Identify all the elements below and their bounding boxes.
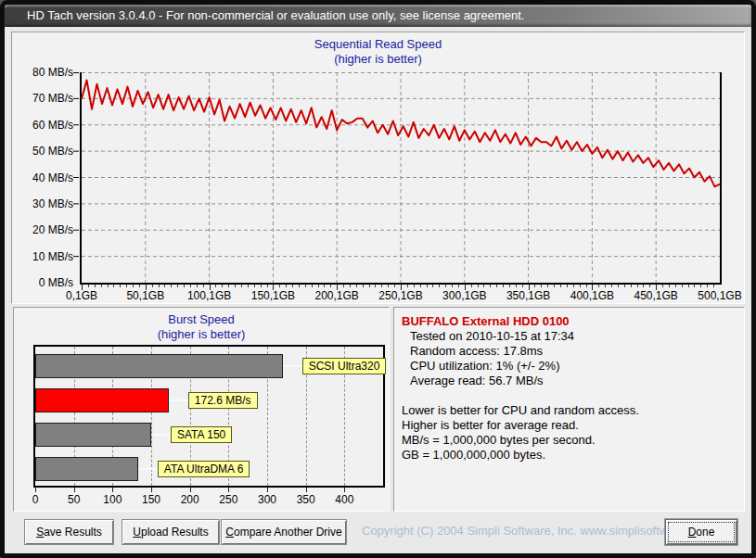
- burst-tick-label: 50: [68, 493, 80, 506]
- sequential-line-chart: [82, 72, 720, 283]
- y-tick-label: 20 MB/s: [14, 223, 73, 236]
- bar-connector: [169, 399, 188, 401]
- burst-tick-label: 400: [335, 493, 353, 506]
- drive-name: BUFFALO External HDD 0100: [402, 313, 737, 329]
- x-tick-label: 450,1GB: [634, 289, 678, 302]
- bar-connector: [283, 365, 302, 367]
- burst-chart-title: Burst Speed (higher is better): [14, 312, 389, 342]
- burst-tick-label: 250: [219, 493, 237, 506]
- client-area: Sequential Read Speed (higher is better)…: [5, 27, 751, 553]
- title-bar[interactable]: HD Tach version 3.0.4.0 - For non-commer…: [5, 5, 751, 27]
- compare-another-drive-button[interactable]: Compare Another Drive: [221, 519, 347, 545]
- y-tick-label: 50 MB/s: [14, 145, 73, 158]
- x-tick-label: 250,1GB: [378, 289, 422, 302]
- info-line: MB/s = 1,000,000 bytes per second.: [402, 433, 737, 448]
- info-line: Random access: 17.8ms: [402, 344, 737, 359]
- chart-title-text: Burst Speed: [14, 312, 389, 327]
- burst-tick-label: 300: [258, 493, 276, 506]
- y-tick-label: 0 MB/s: [14, 276, 73, 289]
- burst-bar-ata-ultradma-6: [35, 457, 138, 481]
- upload-results-button[interactable]: Upload Results: [122, 519, 220, 545]
- burst-speed-panel: Burst Speed (higher is better) SCSI Ultr…: [13, 307, 390, 512]
- bar-value-label: ATA UltraDMA 6: [158, 461, 250, 477]
- y-tick-label: 80 MB/s: [14, 66, 73, 79]
- x-tick-label: 0,1GB: [66, 289, 97, 302]
- x-tick-label: 500,1GB: [698, 289, 741, 302]
- x-tick-label: 400,1GB: [570, 289, 614, 302]
- y-tick-label: 60 MB/s: [14, 119, 73, 132]
- burst-tick-label: 150: [142, 493, 160, 506]
- info-line: CPU utilization: 1% (+/- 2%): [402, 359, 737, 374]
- bar-value-label: SATA 150: [171, 426, 232, 443]
- done-button[interactable]: Done: [665, 519, 737, 545]
- save-results-button[interactable]: Save Results: [24, 519, 114, 545]
- burst-axis-ticks: [35, 488, 383, 492]
- chart-title-text: Sequential Read Speed: [12, 37, 744, 52]
- x-tick-label: 300,1GB: [442, 289, 486, 302]
- burst-tick-label: 100: [103, 493, 122, 506]
- y-tick-label: 70 MB/s: [14, 92, 73, 105]
- y-tick-label: 40 MB/s: [14, 171, 73, 184]
- x-tick-label: 100,1GB: [187, 289, 231, 302]
- drive-info-panel: BUFFALO External HDD 0100 Tested on 2010…: [393, 307, 745, 512]
- copyright-text: Copyright (C) 2004 Simpli Software, Inc.…: [362, 524, 660, 538]
- burst-plot-area: SCSI Ultra320172.6 MB/sSATA 150ATA Ultra…: [33, 345, 385, 488]
- x-tick-label: 200,1GB: [315, 289, 359, 302]
- hd-tach-window: HD Tach version 3.0.4.0 - For non-commer…: [0, 0, 756, 558]
- x-tick-label: 350,1GB: [506, 289, 550, 302]
- info-line: Lower is better for CPU and random acces…: [402, 403, 737, 418]
- window-title: HD Tach version 3.0.4.0 - For non-commer…: [27, 8, 524, 22]
- y-tick-label: 10 MB/s: [14, 250, 73, 263]
- sequential-chart-title: Sequential Read Speed (higher is better): [12, 37, 744, 67]
- info-line: Higher is better for average read.: [402, 418, 737, 433]
- burst-tick-label: 200: [181, 493, 199, 506]
- bar-connector: [151, 434, 171, 436]
- burst-tick-label: 350: [297, 493, 315, 506]
- chart-subtitle-text: (higher is better): [14, 327, 389, 342]
- chart-subtitle-text: (higher is better): [12, 52, 744, 67]
- info-line: Average read: 56.7 MB/s: [402, 374, 737, 388]
- y-tick-label: 30 MB/s: [14, 197, 73, 210]
- bar-value-label: SCSI Ultra320: [302, 358, 387, 374]
- sequential-plot-area: [80, 72, 722, 285]
- burst-tick-label: 0: [32, 493, 39, 506]
- x-tick-label: 50,1GB: [126, 289, 164, 302]
- burst-bar-scsi-ultra320: [35, 354, 283, 378]
- info-line: [402, 388, 737, 403]
- x-tick-label: 150,1GB: [251, 289, 295, 302]
- drive-info-lines: Tested on 2010-10-15 at 17:34Random acce…: [402, 329, 737, 463]
- sequential-read-panel: Sequential Read Speed (higher is better)…: [11, 32, 745, 304]
- info-line: GB = 1,000,000,000 bytes.: [402, 448, 737, 463]
- bar-connector: [138, 468, 158, 470]
- burst-bar-tested-drive: [35, 388, 169, 412]
- info-line: Tested on 2010-10-15 at 17:34: [402, 329, 737, 344]
- bar-value-label: 172.6 MB/s: [188, 392, 258, 409]
- burst-bar-sata-150: [35, 423, 151, 447]
